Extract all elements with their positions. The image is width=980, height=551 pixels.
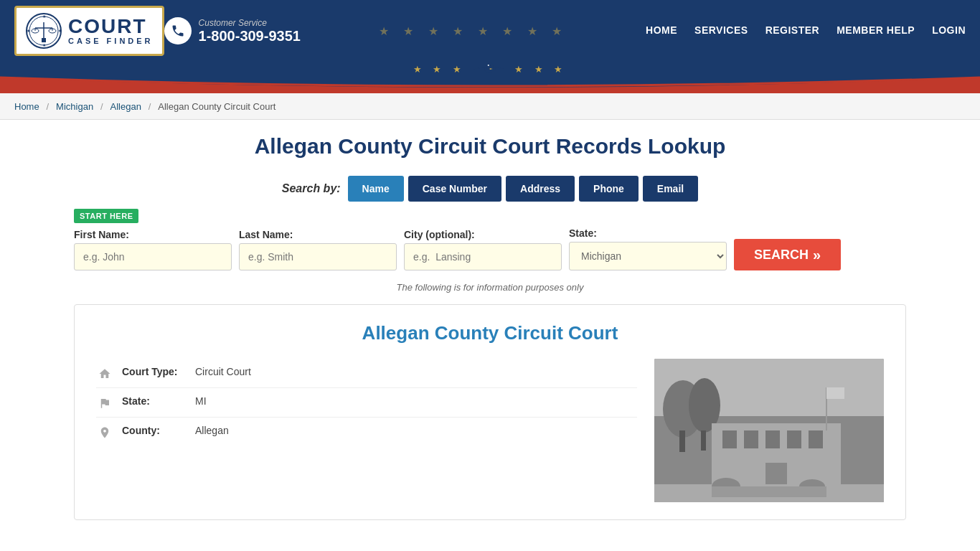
last-name-group: Last Name: [239, 229, 397, 270]
court-details-table: Court Type: Circuit Court State: MI [96, 359, 637, 502]
nav-login[interactable]: LOGIN [932, 24, 966, 37]
phone-svg-icon [171, 24, 185, 38]
nav-home[interactable]: HOME [646, 24, 677, 37]
county-value: Allegan [195, 425, 229, 436]
breadcrumb-current: Allegan County Circuit Court [158, 101, 275, 112]
logo-box: ★ ★ ★ ★ COURT CASE FINDER [14, 6, 164, 56]
last-name-input[interactable] [239, 243, 397, 270]
star-decoration: ★ ★ ★ ★ ★ ★ ★ ★ [301, 24, 646, 38]
state-value-detail: MI [195, 395, 207, 407]
svg-rect-21 [679, 430, 685, 452]
main-nav: HOME SERVICES REGISTER MEMBER HELP LOGIN [646, 24, 966, 37]
detail-state: State: MI [96, 388, 637, 418]
tab-name[interactable]: Name [348, 176, 404, 202]
main-content: Allegan County Circuit Court Records Loo… [60, 120, 920, 520]
building-icon [96, 367, 113, 380]
state-group: State: Michigan AlabamaAlaskaArizona Ark… [569, 227, 727, 270]
form-fields-row: First Name: Last Name: City (optional): … [74, 227, 906, 270]
svg-text:★: ★ [42, 14, 46, 19]
tab-case-number[interactable]: Case Number [408, 176, 501, 202]
site-header: ★ ★ ★ ★ COURT CASE FINDER [0, 0, 980, 93]
breadcrumb-sep-3: / [149, 101, 151, 112]
left-stars: ★ ★ ★ [413, 64, 466, 75]
search-chevrons-icon: » [813, 247, 821, 263]
breadcrumb-sep-2: / [100, 101, 103, 112]
svg-rect-12 [42, 38, 46, 42]
first-name-input[interactable] [74, 243, 232, 270]
tab-phone[interactable]: Phone [579, 176, 639, 202]
nav-services[interactable]: SERVICES [694, 24, 748, 37]
svg-rect-26 [765, 430, 780, 448]
svg-text:★: ★ [27, 29, 30, 33]
court-details-row: Court Type: Circuit Court State: MI [96, 359, 884, 502]
logo-text: COURT CASE FINDER [68, 17, 154, 45]
first-name-label: First Name: [74, 229, 232, 240]
breadcrumb-sep-1: / [47, 101, 50, 112]
svg-point-16 [488, 65, 489, 66]
tab-address[interactable]: Address [506, 176, 575, 202]
first-name-group: First Name: [74, 229, 232, 270]
detail-court-type: Court Type: Circuit Court [96, 359, 637, 388]
breadcrumb-home[interactable]: Home [14, 101, 39, 112]
svg-text:★: ★ [42, 43, 46, 47]
court-building-image [654, 359, 884, 502]
state-label: State: [569, 227, 727, 239]
svg-rect-22 [701, 430, 706, 451]
court-type-value: Circuit Court [195, 366, 251, 377]
svg-rect-28 [809, 430, 823, 448]
flag-icon [96, 397, 113, 410]
search-by-label: Search by: [282, 182, 341, 195]
search-by-row: Search by: Name Case Number Address Phon… [74, 176, 906, 202]
search-button[interactable]: SEARCH » [734, 239, 841, 270]
breadcrumb-michigan[interactable]: Michigan [56, 101, 93, 112]
svg-text:★: ★ [58, 29, 62, 33]
start-here-badge: START HERE [74, 209, 138, 223]
search-button-label: SEARCH [754, 248, 809, 263]
svg-rect-29 [765, 463, 787, 488]
eagle-area: ★ ★ ★ ★ ★ ★ [413, 59, 567, 79]
court-info-box: Allegan County Circuit Court Court Type:… [74, 304, 906, 520]
svg-rect-25 [744, 430, 758, 448]
court-info-title: Allegan County Circuit Court [96, 322, 884, 344]
phone-area: Customer Service 1-800-309-9351 [164, 17, 301, 44]
last-name-label: Last Name: [239, 229, 397, 240]
phone-icon [164, 17, 192, 44]
court-photo-svg [654, 359, 884, 502]
city-input[interactable] [404, 243, 562, 270]
court-type-label: Court Type: [122, 366, 187, 377]
city-group: City (optional): [404, 229, 562, 270]
eagle-banner: ★ ★ ★ ★ ★ ★ [0, 62, 980, 93]
eagle-icon [473, 59, 507, 79]
breadcrumb: Home / Michigan / Allegan / Allegan Coun… [0, 93, 980, 120]
search-form: START HERE First Name: Last Name: City (… [74, 209, 906, 270]
map-pin-icon [96, 426, 113, 439]
city-label: City (optional): [404, 229, 562, 240]
logo-area: ★ ★ ★ ★ COURT CASE FINDER [14, 6, 164, 56]
phone-number: 1-800-309-9351 [199, 28, 301, 44]
svg-rect-35 [712, 486, 826, 497]
logo-finder-text: CASE FINDER [68, 37, 154, 45]
nav-member-help[interactable]: MEMBER HELP [837, 24, 915, 37]
svg-rect-27 [787, 430, 801, 448]
logo-court-text: COURT [68, 17, 154, 37]
breadcrumb-allegan[interactable]: Allegan [110, 101, 141, 112]
svg-rect-24 [722, 430, 737, 448]
svg-rect-31 [826, 387, 844, 399]
customer-service-label: Customer Service [199, 18, 301, 28]
page-title: Allegan County Circuit Court Records Loo… [74, 134, 906, 159]
header-stars: ★ ★ ★ ★ ★ ★ ★ ★ [379, 24, 567, 38]
phone-info: Customer Service 1-800-309-9351 [199, 18, 301, 44]
state-select[interactable]: Michigan AlabamaAlaskaArizona ArkansasCa… [569, 242, 727, 270]
county-label: County: [122, 425, 187, 436]
nav-register[interactable]: REGISTER [765, 24, 820, 37]
state-label-detail: State: [122, 395, 187, 407]
detail-county: County: Allegan [96, 418, 637, 446]
right-stars: ★ ★ ★ [514, 64, 567, 75]
logo-emblem-icon: ★ ★ ★ ★ [25, 12, 62, 50]
tab-email[interactable]: Email [643, 176, 698, 202]
info-note: The following is for information purpose… [74, 282, 906, 293]
